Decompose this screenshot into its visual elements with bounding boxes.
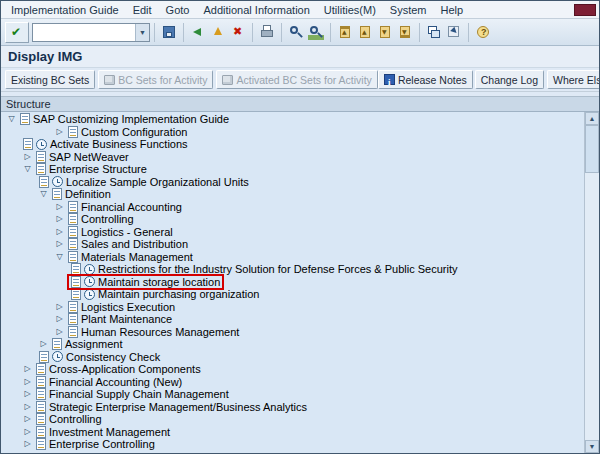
expand-node-icon[interactable]: ▷ <box>21 376 34 388</box>
collapse-node-icon[interactable]: ▽ <box>21 163 34 175</box>
expand-node-icon[interactable]: ▷ <box>53 238 66 250</box>
img-doc-icon[interactable] <box>68 126 78 138</box>
tree-node-controlling[interactable]: ▷Controlling <box>1 413 584 426</box>
expand-node-icon[interactable]: ▷ <box>53 201 66 213</box>
menu-additional-information[interactable]: Additional Information <box>196 3 316 17</box>
img-doc-icon[interactable] <box>20 113 30 125</box>
expand-node-icon[interactable]: ▷ <box>37 338 50 350</box>
page-up-button[interactable] <box>355 22 375 42</box>
expand-node-icon[interactable]: ▷ <box>53 301 66 313</box>
img-doc-icon[interactable] <box>71 288 81 300</box>
shortcut-button[interactable] <box>444 22 464 42</box>
tree-node-enterprise-structure[interactable]: ▽Enterprise Structure <box>1 163 584 176</box>
first-page-button[interactable] <box>335 22 355 42</box>
img-doc-icon[interactable] <box>68 313 78 325</box>
cancel-button[interactable] <box>228 22 248 42</box>
tree-node-label[interactable]: Logistics Execution <box>81 301 175 313</box>
tree-node-logistics-general[interactable]: ▷Logistics - General <box>1 226 584 239</box>
activated-bc-sets-for-activity-button[interactable]: Activated BC Sets for Activity <box>216 70 377 89</box>
menu-implementation-guide[interactable]: Implementation Guide <box>4 3 126 17</box>
existing-bc-sets-button[interactable]: Existing BC Sets <box>5 70 95 89</box>
img-doc-icon[interactable] <box>36 376 46 388</box>
print-button[interactable] <box>257 22 277 42</box>
tree-node-label[interactable]: Plant Maintenance <box>81 313 172 325</box>
expand-node-icon[interactable]: ▷ <box>21 413 34 425</box>
tree-node-maintain-purchasing-organization[interactable]: Maintain purchasing organization <box>1 288 584 301</box>
expand-node-icon[interactable]: ▷ <box>53 226 66 238</box>
scroll-up-icon[interactable]: ▲ <box>585 112 599 125</box>
img-doc-icon[interactable] <box>36 401 46 413</box>
menu-help[interactable]: Help <box>434 3 471 17</box>
tree-node-label[interactable]: Investment Management <box>49 426 170 438</box>
img-doc-icon[interactable] <box>52 188 62 200</box>
change-log-button[interactable]: Change Log <box>475 70 544 89</box>
tree-node-label[interactable]: Human Resources Management <box>81 326 239 338</box>
find-button[interactable] <box>286 22 306 42</box>
tree-node-human-resources-management[interactable]: ▷Human Resources Management <box>1 326 584 339</box>
img-doc-icon[interactable] <box>39 176 49 188</box>
find-next-button[interactable] <box>306 22 326 42</box>
tree-node-restrictions-for-the-industry-solution-for-defense-forces-public-security[interactable]: Restrictions for the Industry Solution f… <box>1 263 584 276</box>
where-else-used-button[interactable]: Where Else Used <box>547 70 600 89</box>
page-down-button[interactable] <box>375 22 395 42</box>
tree-node-financial-accounting[interactable]: ▷Financial Accounting <box>1 201 584 214</box>
collapse-node-icon[interactable]: ▽ <box>53 251 66 263</box>
img-doc-icon[interactable] <box>36 363 46 375</box>
collapse-node-icon[interactable]: ▽ <box>5 113 18 125</box>
expand-node-icon[interactable]: ▷ <box>53 126 66 138</box>
menu-utilities-m[interactable]: Utilities(M) <box>317 3 383 17</box>
bc-sets-for-activity-button[interactable]: BC Sets for Activity <box>98 70 213 89</box>
tree-node-label[interactable]: Consistency Check <box>66 351 160 363</box>
tree-node-label[interactable]: Sales and Distribution <box>81 238 188 250</box>
collapse-node-icon[interactable]: ▽ <box>37 188 50 200</box>
expand-node-icon[interactable]: ▷ <box>53 326 66 338</box>
expand-node-icon[interactable]: ▷ <box>53 313 66 325</box>
img-doc-icon[interactable] <box>68 226 78 238</box>
expand-node-icon[interactable]: ▷ <box>21 401 34 413</box>
img-doc-icon[interactable] <box>36 163 46 175</box>
img-doc-icon[interactable] <box>36 426 46 438</box>
help-button[interactable] <box>473 22 493 42</box>
img-doc-icon[interactable] <box>68 201 78 213</box>
command-dropdown-icon[interactable]: ▼ <box>135 24 149 41</box>
tree-node-localize-sample-organizational-units[interactable]: Localize Sample Organizational Units <box>1 176 584 189</box>
tree-node-label[interactable]: Controlling <box>49 413 102 425</box>
menu-edit[interactable]: Edit <box>126 3 159 17</box>
tree-node-label[interactable]: SAP Customizing Implementation Guide <box>33 113 229 125</box>
command-input[interactable] <box>33 25 135 40</box>
img-doc-icon[interactable] <box>36 388 46 400</box>
tree-node-label[interactable]: Cross-Application Components <box>49 363 201 375</box>
tree-node-label[interactable]: Maintain purchasing organization <box>98 288 259 300</box>
img-doc-icon[interactable] <box>68 251 78 263</box>
tree-node-cross-application-components[interactable]: ▷Cross-Application Components <box>1 363 584 376</box>
tree-node-strategic-enterprise-management-business-analytics[interactable]: ▷Strategic Enterprise Management/Busines… <box>1 401 584 414</box>
tree-node-label[interactable]: Materials Management <box>81 251 193 263</box>
tree-node-enterprise-controlling[interactable]: ▷Enterprise Controlling <box>1 438 584 451</box>
tree-node-label[interactable]: Definition <box>65 188 111 200</box>
expand-node-icon[interactable]: ▷ <box>53 213 66 225</box>
tree-node-label[interactable]: Controlling <box>81 213 134 225</box>
tree-node-label[interactable]: Restrictions for the Industry Solution f… <box>98 263 458 275</box>
img-doc-icon[interactable] <box>23 138 33 150</box>
tree-node-label[interactable]: Activate Business Functions <box>50 138 188 150</box>
expand-node-icon[interactable]: ▷ <box>21 363 34 375</box>
img-doc-icon[interactable] <box>36 151 46 163</box>
img-doc-icon[interactable] <box>68 326 78 338</box>
tree-node-logistics-execution[interactable]: ▷Logistics Execution <box>1 301 584 314</box>
img-activity-icon[interactable] <box>84 276 95 287</box>
tree-node-controlling[interactable]: ▷Controlling <box>1 213 584 226</box>
tree-node-label[interactable]: Strategic Enterprise Management/Business… <box>49 401 307 413</box>
tree-node-assignment[interactable]: ▷Assignment <box>1 338 584 351</box>
tree-node-sap-netweaver[interactable]: ▷SAP NetWeaver <box>1 151 584 164</box>
img-doc-icon[interactable] <box>68 238 78 250</box>
tree-node-plant-maintenance[interactable]: ▷Plant Maintenance <box>1 313 584 326</box>
enter-button[interactable] <box>5 22 29 43</box>
img-doc-icon[interactable] <box>71 263 81 275</box>
img-doc-icon[interactable] <box>68 213 78 225</box>
expand-node-icon[interactable]: ▷ <box>21 151 34 163</box>
tree-node-label[interactable]: Financial Accounting (New) <box>49 376 182 388</box>
img-doc-icon[interactable] <box>52 338 62 350</box>
save-button[interactable] <box>159 22 179 42</box>
tree-node-custom-configuration[interactable]: ▷Custom Configuration <box>1 126 584 139</box>
img-doc-icon[interactable] <box>36 413 46 425</box>
